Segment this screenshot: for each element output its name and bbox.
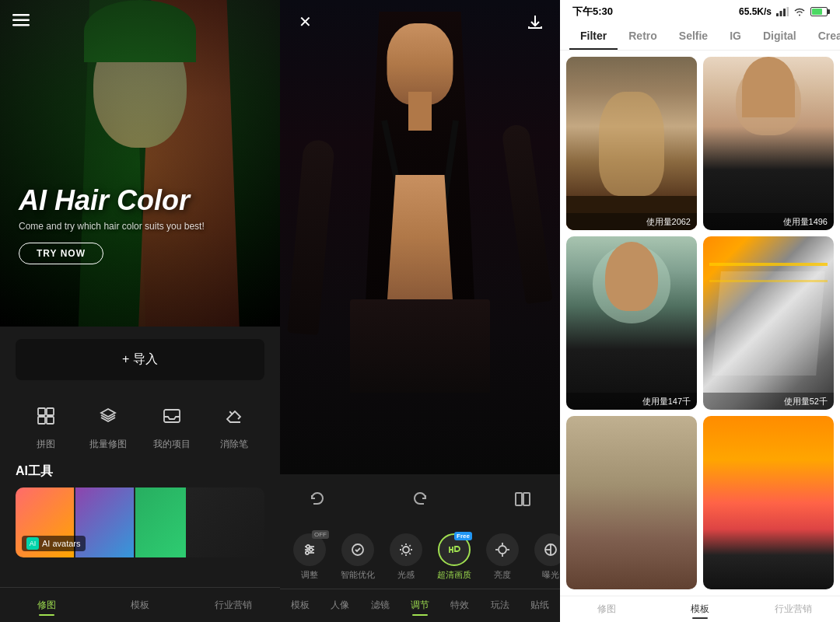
svg-line-23 — [409, 553, 410, 554]
filter-tab-retro[interactable]: Retro — [618, 23, 668, 50]
hero-text: AI Hair Color Come and try which hair co… — [19, 185, 205, 264]
filter-tab-digital[interactable]: Digital — [752, 23, 807, 50]
filter-card-film-extra[interactable]: film extra user1 去使用 — [566, 416, 697, 589]
menu-icon[interactable] — [12, 12, 30, 30]
filter-tab-selfie[interactable]: Selfie — [668, 23, 719, 50]
inbox-icon — [155, 399, 189, 433]
import-section: + 导入 — [0, 327, 280, 390]
grid-icon — [29, 399, 63, 433]
filter-card-film[interactable]: 使用量2062 film b b 去使用 — [566, 57, 697, 230]
brightness-label: 亮度 — [494, 569, 511, 581]
signal-icon — [776, 7, 789, 16]
status-icons: 65.5K/s — [739, 6, 828, 17]
free-badge: Free — [454, 532, 472, 540]
p2-nav-template[interactable]: 模板 — [280, 596, 320, 619]
quick-action-batch[interactable]: 批量修图 — [89, 399, 127, 451]
ai-banner-label: AI AI avatars — [22, 536, 86, 551]
p2-nav-adjust[interactable]: 调节 — [400, 596, 439, 619]
svg-rect-5 — [38, 417, 45, 424]
p3-nav-marketing[interactable]: 行业营销 — [747, 603, 840, 619]
toolbar-adjust[interactable]: OFF 调整 — [286, 530, 333, 584]
hd-label: 超清画质 — [437, 569, 471, 581]
svg-point-14 — [310, 548, 313, 551]
filter-tab-creative[interactable]: Creative — [807, 23, 840, 50]
model-body-area — [358, 121, 482, 393]
p2-nav-filter[interactable]: 滤镜 — [360, 596, 400, 619]
p3-nav-underline — [692, 617, 708, 619]
import-button[interactable]: + 导入 — [16, 339, 264, 380]
p3-nav-edit[interactable]: 修图 — [560, 603, 653, 619]
undo-button[interactable] — [302, 484, 333, 515]
p2-nav-label-portrait: 人像 — [331, 599, 349, 612]
filter-tabs: Filter Retro Selfie IG Digital Creative — [560, 23, 840, 51]
download-button[interactable] — [523, 9, 548, 34]
p2-nav-label-template: 模板 — [291, 599, 310, 612]
toolbar-exposure[interactable]: 曝光 — [527, 530, 560, 584]
filter-card-leena[interactable]: 使用量147千 Outstanding #leena Luyn_nie 去使用 — [566, 236, 697, 410]
quick-action-label-eraser: 消除笔 — [220, 438, 248, 451]
p3-nav-label-edit: 修图 — [597, 603, 616, 616]
toolbar-light-feel[interactable]: 光感 — [383, 530, 429, 584]
light-icon-wrapper — [390, 533, 422, 566]
panel2-topbar: ✕ — [280, 0, 560, 44]
smart-label: 智能优化 — [341, 569, 375, 581]
panel3-bottom-nav: 修图 模板 行业营销 — [560, 596, 840, 622]
svg-rect-37 — [787, 7, 789, 16]
svg-line-25 — [409, 545, 410, 546]
close-button[interactable]: ✕ — [292, 9, 317, 34]
usage-badge-motion: 使用量52千 — [703, 393, 834, 410]
quick-action-label-collage: 拼图 — [37, 438, 55, 451]
quick-action-projects[interactable]: 我的项目 — [153, 399, 191, 451]
p2-nav-label-filter: 滤镜 — [371, 599, 390, 612]
quick-action-label-projects: 我的项目 — [153, 438, 191, 451]
svg-rect-3 — [38, 408, 45, 415]
p2-nav-sticker[interactable]: 贴纸 — [520, 596, 560, 619]
filter-card-motion[interactable]: 使用量52千 Motion blur 张杨杨 去使用 — [703, 236, 834, 410]
compare-button[interactable] — [507, 484, 538, 515]
filter-card-img-leena: 使用量147千 — [566, 236, 697, 410]
p1-nav-template[interactable]: 模板 — [93, 596, 187, 619]
photo-street-girl — [566, 57, 697, 230]
p1-nav-edit[interactable]: 修图 — [0, 596, 93, 619]
svg-point-26 — [499, 546, 506, 554]
p3-nav-label-marketing: 行业营销 — [775, 603, 812, 616]
svg-rect-7 — [164, 410, 180, 422]
ai-tools-section: AI工具 AI AI avatars — [0, 457, 280, 564]
network-speed: 65.5K/s — [739, 6, 772, 17]
p1-nav-marketing[interactable]: 行业营销 — [187, 596, 280, 619]
undo-redo-controls — [280, 474, 560, 524]
panel1-bottom-nav: 修图 模板 行业营销 — [0, 587, 280, 622]
panel-filter-store: 下午5:30 65.5K/s Filter Retro Selfie IG — [560, 0, 840, 622]
p2-nav-label-adjust: 调节 — [411, 599, 429, 612]
redo-button[interactable] — [404, 484, 436, 515]
filter-tab-filter[interactable]: Filter — [569, 23, 618, 50]
p2-nav-play[interactable]: 玩法 — [480, 596, 520, 619]
svg-line-24 — [401, 553, 402, 554]
p3-nav-template[interactable]: 模板 — [653, 603, 747, 619]
quick-action-collage[interactable]: 拼图 — [29, 399, 63, 451]
quick-action-eraser[interactable]: 消除笔 — [217, 399, 251, 451]
toolbar-hd[interactable]: Free 超清画质 — [431, 530, 478, 584]
filter-tab-ig[interactable]: IG — [719, 23, 752, 50]
stack-icon — [91, 399, 125, 433]
p2-nav-effects[interactable]: 特效 — [440, 596, 480, 619]
ai-tools-banner[interactable]: AI AI avatars — [16, 487, 264, 557]
usage-badge-film: 使用量2062 — [566, 213, 697, 230]
ai-banner-img3 — [135, 487, 186, 557]
svg-rect-34 — [776, 13, 779, 16]
p2-nav-portrait[interactable]: 人像 — [320, 596, 359, 619]
svg-rect-8 — [516, 493, 522, 505]
filter-card-carmel[interactable]: 使用量1496 Carmel Daily Pieces Nois... Qiao… — [703, 57, 834, 230]
status-bar: 下午5:30 65.5K/s — [560, 0, 840, 23]
filter-card-img-sunset — [703, 416, 834, 589]
p2-nav-underline — [412, 614, 428, 616]
model-skirt — [350, 299, 490, 393]
toolbar-brightness[interactable]: 亮度 — [479, 530, 526, 584]
p3-nav-label-template: 模板 — [691, 603, 709, 616]
svg-point-13 — [306, 545, 310, 548]
try-now-button[interactable]: TRY NOW — [19, 243, 103, 264]
filter-card-sunset[interactable]: Sunset tone user2 去使用 — [703, 416, 834, 589]
toolbar-smart-optimize[interactable]: 智能优化 — [334, 530, 381, 584]
status-time: 下午5:30 — [572, 5, 613, 19]
panel-editor-home: AI Hair Color Come and try which hair co… — [0, 0, 280, 622]
